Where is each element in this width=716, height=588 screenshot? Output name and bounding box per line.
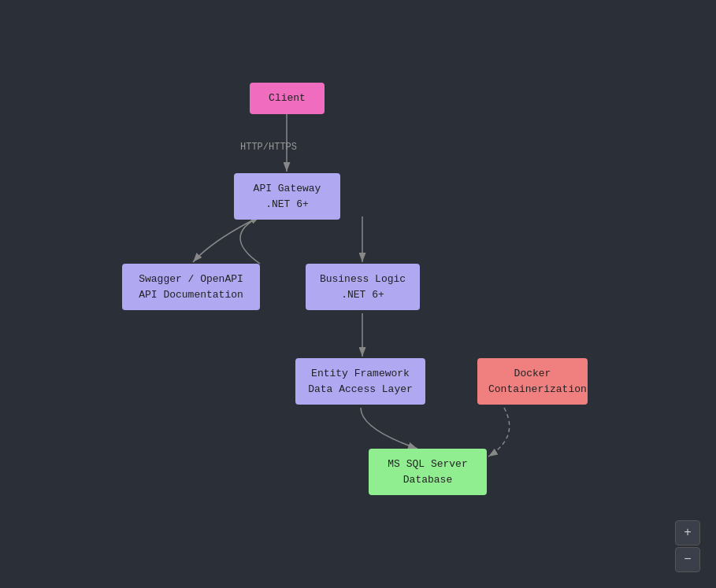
zoom-in-button[interactable]: + [675, 520, 700, 545]
node-client: Client [250, 83, 325, 114]
node-business: Business Logic .NET 6+ [306, 264, 420, 310]
node-docker: Docker Containerization [477, 358, 588, 405]
zoom-out-button[interactable]: − [675, 547, 700, 572]
node-sql: MS SQL Server Database [369, 449, 487, 495]
http-label: HTTP/HTTPS [240, 142, 297, 153]
node-gateway: API Gateway .NET 6+ [234, 173, 340, 220]
node-entity: Entity Framework Data Access Layer [295, 358, 425, 405]
zoom-controls: + − [675, 520, 700, 572]
node-swagger: Swagger / OpenAPI API Documentation [122, 264, 260, 310]
diagram-container: HTTP/HTTPS Client API Gateway .NET 6+ Sw… [0, 0, 716, 588]
